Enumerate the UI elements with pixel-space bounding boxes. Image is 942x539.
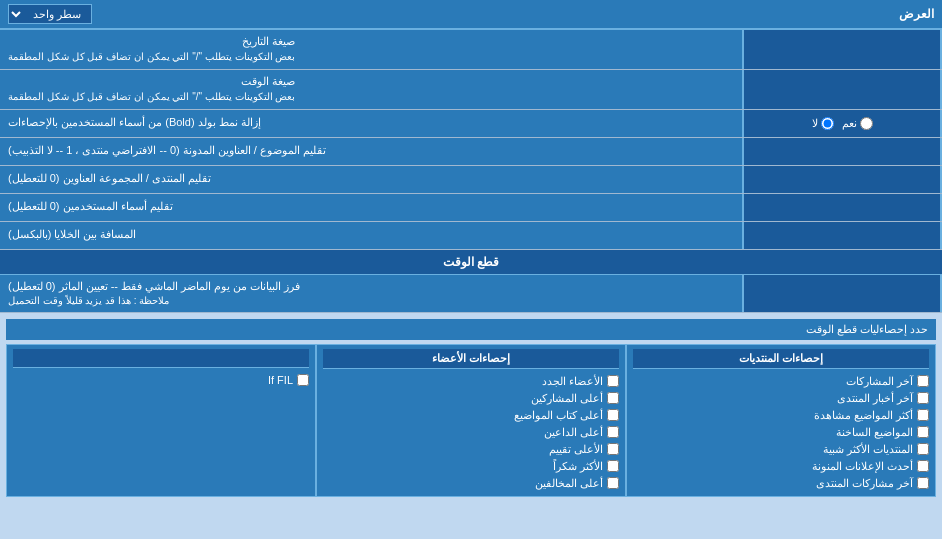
list-item: آخر المشاركات xyxy=(633,373,929,390)
usernames-input[interactable]: 0 xyxy=(748,201,936,213)
list-item: أحدث الإعلانات المنونة xyxy=(633,458,929,475)
topic-titles-row: 33 تقليم الموضوع / العناوين المدونة (0 -… xyxy=(0,138,942,166)
time-format-row: H:i صيغة الوقتبعض التكوينات يتطلب "/" ال… xyxy=(0,70,942,110)
checkbox-top-violators[interactable] xyxy=(607,477,619,489)
checkbox-hot-topics[interactable] xyxy=(917,426,929,438)
cell-spacing-input-container: 2 xyxy=(742,222,942,249)
list-item: أعلى المخالفين xyxy=(323,475,619,492)
time-cut-row: 0 فرز البيانات من يوم الماضر الماشي فقط … xyxy=(0,275,942,313)
list-item: الأعلى تقييم xyxy=(323,441,619,458)
list-item: الأعضاء الجدد xyxy=(323,373,619,390)
forum-stats-column: إحصاءات المنتديات آخر المشاركات آخر أخبا… xyxy=(626,344,936,497)
list-item: المواضيع الساخنة xyxy=(633,424,929,441)
radio-no-label[interactable]: لا xyxy=(812,117,834,130)
checkbox-latest-announcements[interactable] xyxy=(917,460,929,472)
checkbox-most-thanked[interactable] xyxy=(607,460,619,472)
radio-no[interactable] xyxy=(821,117,834,130)
checkbox-last-forum-posts[interactable] xyxy=(917,477,929,489)
list-item: أعلى المشاركين xyxy=(323,390,619,407)
header-row: العرض سطر واحد سطرين ثلاثة أسطر xyxy=(0,0,942,30)
forum-titles-label: تقليم المنتدى / المجموعة العناوين (0 للت… xyxy=(0,166,742,193)
checkbox-top-topic-writers[interactable] xyxy=(607,409,619,421)
time-format-label: صيغة الوقتبعض التكوينات يتطلب "/" التي ي… xyxy=(0,70,742,109)
checkbox-top-posters[interactable] xyxy=(607,392,619,404)
checkbox-top-rated[interactable] xyxy=(607,443,619,455)
extra-stats-column: If FIL xyxy=(6,344,316,497)
forum-stats-header: إحصاءات المنتديات xyxy=(633,349,929,369)
forum-titles-row: 33 تقليم المنتدى / المجموعة العناوين (0 … xyxy=(0,166,942,194)
forum-titles-input[interactable]: 33 xyxy=(748,173,936,185)
time-format-input-container: H:i xyxy=(742,70,942,109)
time-cut-input-container: 0 xyxy=(742,275,942,312)
time-limit-label: حدد إحصاءليات قطع الوقت xyxy=(6,319,936,340)
checkbox-most-similar[interactable] xyxy=(917,443,929,455)
checkbox-last-posts[interactable] xyxy=(917,375,929,387)
list-item: المنتديات الأكثر شبية xyxy=(633,441,929,458)
list-item: If FIL xyxy=(13,372,309,388)
usernames-label: تقليم أسماء المستخدمين (0 للتعطيل) xyxy=(0,194,742,221)
date-format-label: صيغة التاريخبعض التكوينات يتطلب "/" التي… xyxy=(0,30,742,69)
usernames-row: 0 تقليم أسماء المستخدمين (0 للتعطيل) xyxy=(0,194,942,222)
list-item: آخر أخبار المنتدى xyxy=(633,390,929,407)
bold-remove-label: إزالة نمط بولد (Bold) من أسماء المستخدمي… xyxy=(0,110,742,137)
date-format-row: d-m صيغة التاريخبعض التكوينات يتطلب "/" … xyxy=(0,30,942,70)
member-stats-header: إحصاءات الأعضاء xyxy=(323,349,619,369)
usernames-input-container: 0 xyxy=(742,194,942,221)
member-stats-column: إحصاءات الأعضاء الأعضاء الجدد أعلى المشا… xyxy=(316,344,626,497)
checkbox-top-inviters[interactable] xyxy=(607,426,619,438)
cell-spacing-label: المسافة بين الخلايا (بالبكسل) xyxy=(0,222,742,249)
list-item: أعلى الداعين xyxy=(323,424,619,441)
date-format-input[interactable]: d-m xyxy=(748,43,936,55)
header-label: العرض xyxy=(899,7,934,21)
checkbox-if-fil[interactable] xyxy=(297,374,309,386)
time-cut-input[interactable]: 0 xyxy=(748,287,936,299)
forum-titles-input-container: 33 xyxy=(742,166,942,193)
time-cut-header: قطع الوقت xyxy=(0,250,942,275)
extra-stats-header xyxy=(13,349,309,368)
time-format-input[interactable]: H:i xyxy=(748,83,936,95)
checkboxes-grid: إحصاءات المنتديات آخر المشاركات آخر أخبا… xyxy=(6,344,936,497)
bold-radio-group: نعم لا xyxy=(804,113,881,134)
bold-remove-radio-container: نعم لا xyxy=(742,110,942,137)
checkbox-new-members[interactable] xyxy=(607,375,619,387)
topic-titles-input[interactable]: 33 xyxy=(748,145,936,157)
radio-yes-label[interactable]: نعم xyxy=(842,117,873,130)
list-item: أكثر المواضيع مشاهدة xyxy=(633,407,929,424)
cell-spacing-row: 2 المسافة بين الخلايا (بالبكسل) xyxy=(0,222,942,250)
topic-titles-input-container: 33 xyxy=(742,138,942,165)
list-item: أعلى كتاب المواضيع xyxy=(323,407,619,424)
date-format-input-container: d-m xyxy=(742,30,942,69)
list-item: آخر مشاركات المنتدى xyxy=(633,475,929,492)
list-item: الأكثر شكراً xyxy=(323,458,619,475)
radio-yes[interactable] xyxy=(860,117,873,130)
checkbox-most-viewed[interactable] xyxy=(917,409,929,421)
checkboxes-section: حدد إحصاءليات قطع الوقت إحصاءات المنتديا… xyxy=(0,313,942,503)
time-cut-label: فرز البيانات من يوم الماضر الماشي فقط --… xyxy=(0,275,742,312)
view-dropdown[interactable]: سطر واحد سطرين ثلاثة أسطر xyxy=(8,4,92,24)
bold-remove-row: نعم لا إزالة نمط بولد (Bold) من أسماء ال… xyxy=(0,110,942,138)
cell-spacing-input[interactable]: 2 xyxy=(748,229,936,241)
topic-titles-label: تقليم الموضوع / العناوين المدونة (0 -- ا… xyxy=(0,138,742,165)
checkbox-last-news[interactable] xyxy=(917,392,929,404)
